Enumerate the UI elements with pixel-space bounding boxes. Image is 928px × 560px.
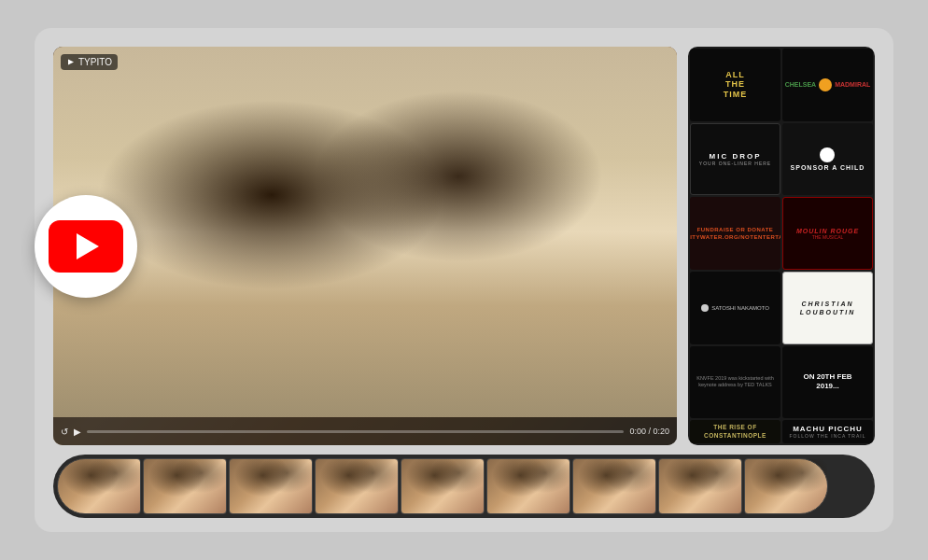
template-inner: CHELSEA MADMIRAL: [785, 78, 871, 91]
video-background: TYPITO ↺ ▶ 0:00 / 0:20: [53, 47, 677, 445]
template-text: SATOSHI NAKAMOTO: [711, 305, 769, 311]
video-content: TYPITO: [53, 47, 677, 417]
video-controls: ↺ ▶ 0:00 / 0:20: [53, 417, 677, 445]
template-mic-drop[interactable]: MIC DROP YOUR ONE-LINER HERE: [690, 123, 780, 196]
main-container: TYPITO ↺ ▶ 0:00 / 0:20: [35, 28, 893, 532]
template-text: CHRISTIAN LOUBOUTIN: [800, 300, 856, 316]
template-subtitle: YOUR ONE-LINER HERE: [699, 161, 771, 166]
progress-bar[interactable]: [87, 430, 624, 433]
timeline-thumb-6: [486, 458, 570, 514]
play-button[interactable]: ▶: [74, 427, 81, 437]
template-satoshi-nakamoto[interactable]: SATOSHI NAKAMOTO: [690, 272, 780, 344]
template-text2: MADMIRAL: [835, 81, 870, 88]
template-text1: CHELSEA: [785, 81, 816, 88]
timeline-thumb-9: [744, 458, 828, 514]
template-title: MIC DROP: [710, 152, 762, 161]
youtube-logo: [35, 195, 137, 298]
template-subtitle: THE MUSICAL: [796, 234, 859, 240]
video-player[interactable]: TYPITO ↺ ▶ 0:00 / 0:20: [53, 47, 677, 445]
template-title: MACHU PICCHU: [790, 425, 866, 434]
template-dot: [701, 304, 709, 312]
youtube-icon: [49, 220, 123, 273]
template-sponsor-child[interactable]: SPONSOR A CHILD: [782, 123, 873, 196]
template-text: ON 20TH FEB 2019...: [803, 372, 851, 392]
template-on-20th-feb[interactable]: ON 20TH FEB 2019...: [782, 346, 873, 419]
top-row: TYPITO ↺ ▶ 0:00 / 0:20: [53, 47, 875, 445]
template-knvfe[interactable]: KNVFE 2019 was kickstarted with keynote …: [690, 346, 780, 419]
typito-logo-text: TYPITO: [78, 57, 112, 67]
typito-watermark: TYPITO: [61, 54, 118, 70]
template-machu-picchu[interactable]: MACHU PICCHU FOLLOW THE INCA TRAIL: [782, 420, 873, 443]
template-text: KNVFE 2019 was kickstarted with keynote …: [694, 375, 777, 389]
templates-panel: ALL THE TIME CHELSEA MADMIRAL MIC DROP Y…: [688, 47, 875, 445]
template-moulin-rouge[interactable]: MOULIN ROUGE THE MUSICAL: [782, 197, 873, 270]
template-christian-louboutin[interactable]: CHRISTIAN LOUBOUTIN: [782, 272, 873, 344]
timeline-thumb-1: [57, 458, 141, 514]
typito-play-icon: [66, 58, 76, 67]
template-all-the-time[interactable]: ALL THE TIME: [690, 49, 780, 121]
timeline-thumb-7: [572, 458, 656, 514]
template-rise-constantinople[interactable]: THE RISE OF CONSTANTINOPLE: [690, 420, 780, 443]
template-subtitle: FOLLOW THE INCA TRAIL: [790, 433, 866, 439]
play-triangle: [77, 233, 99, 259]
template-fundraise-donate[interactable]: FUNDRAISE OR DONATE CHARITYWATER.ORG/NOT…: [690, 197, 780, 270]
timeline-thumb-4: [315, 458, 399, 514]
template-dot: [820, 147, 835, 162]
template-inner: MIC DROP YOUR ONE-LINER HERE: [699, 152, 771, 166]
template-text: ALL THE TIME: [724, 70, 748, 100]
timeline-thumb-8: [658, 458, 742, 514]
timeline-strip[interactable]: [53, 455, 875, 518]
template-text: SPONSOR A CHILD: [791, 164, 865, 171]
template-inner: MOULIN ROUGE THE MUSICAL: [796, 228, 859, 240]
video-section: TYPITO ↺ ▶ 0:00 / 0:20: [53, 47, 677, 445]
timeline-thumb-3: [229, 458, 313, 514]
template-inner: MACHU PICCHU FOLLOW THE INCA TRAIL: [790, 425, 866, 440]
template-chelsea-madmiral[interactable]: CHELSEA MADMIRAL: [782, 49, 873, 121]
timeline-thumb-2: [143, 458, 227, 514]
template-circle: [819, 78, 832, 91]
time-display: 0:00 / 0:20: [629, 427, 669, 436]
template-inner: SPONSOR A CHILD: [791, 147, 865, 171]
refresh-button[interactable]: ↺: [61, 427, 68, 437]
template-text: FUNDRAISE OR DONATE CHARITYWATER.ORG/NOT…: [690, 226, 780, 242]
timeline-thumb-5: [401, 458, 485, 514]
template-title: MOULIN ROUGE: [796, 228, 859, 234]
template-text: THE RISE OF CONSTANTINOPLE: [704, 424, 766, 440]
template-inner: SATOSHI NAKAMOTO: [701, 304, 769, 312]
